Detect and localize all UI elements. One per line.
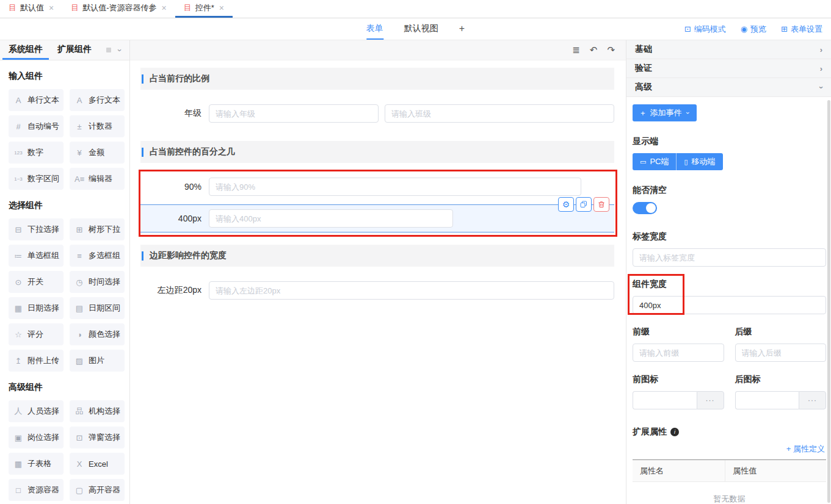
component-editor[interactable]: A≡编辑器 [70, 168, 125, 190]
redo-icon[interactable]: ↷ [607, 45, 615, 56]
tab-form[interactable]: 表单 [366, 18, 383, 40]
currency-icon: ¥ [74, 148, 84, 157]
component-counter[interactable]: ±计数器 [70, 115, 125, 137]
class-input[interactable] [385, 104, 614, 123]
back-icon-input[interactable] [735, 391, 799, 409]
chevron-down-icon[interactable]: › [115, 49, 124, 51]
component-user-select[interactable]: 人人员选择 [9, 400, 64, 422]
accordion-advanced[interactable]: 高级 › [626, 78, 831, 97]
preview-button[interactable]: ◉ 预览 [741, 24, 766, 35]
close-icon[interactable]: × [49, 3, 54, 13]
form-row-grade[interactable]: 年级 [140, 104, 614, 123]
component-multi-line-text[interactable]: A多行文本 [70, 89, 125, 111]
left-margin-input[interactable] [209, 281, 614, 300]
code-mode-button[interactable]: ⊡ 编码模式 [684, 24, 726, 35]
chip-label: 日期选择 [27, 303, 59, 314]
component-single-line-text[interactable]: A单行文本 [9, 89, 64, 111]
accordion-basic[interactable]: 基础 › [626, 40, 831, 59]
component-radio-group[interactable]: ≔单选框组 [9, 245, 64, 267]
chip-label: 机构选择 [89, 406, 120, 417]
width-400px-input[interactable] [209, 209, 453, 228]
window-tab-resource-container[interactable]: 目 默认值-资源容器传参 × [62, 0, 175, 18]
clearable-toggle[interactable] [633, 202, 657, 214]
icon-pickers-row: 前图标 ··· 后图标 ··· [633, 362, 826, 409]
component-excel[interactable]: XExcel [70, 453, 125, 475]
add-view-button[interactable]: + [459, 18, 465, 40]
close-icon[interactable]: × [162, 3, 167, 13]
front-icon-more-button[interactable]: ··· [697, 391, 724, 409]
prefix-input[interactable] [633, 344, 724, 362]
component-switch[interactable]: ⊙开关 [9, 271, 64, 293]
select-icon: ⊟ [13, 225, 23, 234]
resource-container-icon: □ [13, 486, 23, 495]
document-icon: 目 [9, 2, 16, 13]
component-number[interactable]: 123数字 [9, 142, 64, 164]
drag-handle-icon [106, 48, 111, 52]
copy-button[interactable] [576, 197, 592, 212]
toggle-knob [646, 203, 656, 213]
attr-define-link[interactable]: + 属性定义 [786, 444, 825, 453]
editor-icon: A≡ [74, 175, 84, 184]
outline-icon[interactable]: ≣ [572, 45, 580, 56]
component-currency[interactable]: ¥金额 [70, 142, 125, 164]
component-width-input[interactable] [633, 296, 826, 314]
component-image[interactable]: ▨图片 [70, 350, 125, 372]
window-tab-label: 控件* [195, 2, 214, 13]
checkbox-group-icon: ≡ [74, 251, 84, 261]
component-subtable[interactable]: ▦子表格 [9, 453, 64, 475]
mobile-side-button[interactable]: ▯ 移动端 [677, 153, 722, 170]
chip-label: 自动编号 [27, 121, 59, 132]
component-date-picker[interactable]: ▦日期选择 [9, 297, 64, 319]
attr-define-row: + 属性定义 [633, 444, 825, 455]
form-row-left-margin[interactable]: 左边距20px [140, 281, 614, 300]
component-select[interactable]: ⊟下拉选择 [9, 218, 64, 240]
component-checkbox-group[interactable]: ≡多选框组 [70, 245, 125, 267]
number-icon: 123 [13, 150, 23, 156]
component-number-range[interactable]: 1~3数字区间 [9, 168, 64, 190]
form-settings-button[interactable]: ⊞ 表单设置 [781, 24, 822, 35]
table-header-row: 属性名 属性值 [633, 460, 826, 482]
label-width-input[interactable] [633, 248, 826, 267]
window-tab-control-active[interactable]: 目 控件* × [175, 0, 233, 18]
sidebar-tab-bar: 系统组件 扩展组件 › [0, 40, 129, 60]
section-title: 占当前控件的百分之几 [150, 146, 235, 157]
add-event-button[interactable]: + 添加事件 › [633, 104, 697, 121]
undo-icon[interactable]: ↶ [590, 45, 598, 56]
suffix-input[interactable] [735, 344, 827, 362]
component-tree-select[interactable]: ⊞树形下拉 [70, 218, 125, 240]
window-tab-default-value[interactable]: 目 默认值 × [0, 0, 62, 18]
component-code-container[interactable]: ▢高开容器 [70, 479, 125, 501]
chip-label: 图片 [89, 355, 104, 366]
form-row-90-percent[interactable]: 90% [140, 178, 614, 196]
component-color-picker[interactable]: ◑颜色选择 [70, 323, 125, 345]
property-inspector: 基础 › 验证 › 高级 › + 添加事件 › 显示端 [626, 40, 831, 504]
pc-side-button[interactable]: ▭ PC端 [633, 153, 677, 170]
component-date-range[interactable]: ▤日期区间 [70, 297, 125, 319]
component-resource-container[interactable]: □资源容器 [9, 479, 64, 501]
component-time-picker[interactable]: ◷时间选择 [70, 271, 125, 293]
tab-system-components[interactable]: 系统组件 [2, 40, 49, 60]
inspector-scrollbar[interactable] [827, 100, 830, 503]
text-icon: A [13, 96, 23, 105]
component-upload[interactable]: ↥附件上传 [9, 350, 64, 372]
front-icon-input[interactable] [633, 391, 697, 409]
back-icon-more-button[interactable]: ··· [799, 391, 826, 409]
tab-extension-components[interactable]: 扩展组件 [51, 40, 98, 60]
settings-button[interactable]: ⚙ [558, 197, 574, 212]
form-row-400px-selected[interactable]: ⚙ 400px [140, 204, 614, 232]
component-rating[interactable]: ☆评分 [9, 323, 64, 345]
chip-label: 日期区间 [89, 303, 120, 314]
component-dialog-select[interactable]: ⊡弹窗选择 [70, 427, 125, 448]
close-icon[interactable]: × [219, 3, 224, 13]
window-tab-label: 默认值-资源容器传参 [82, 2, 156, 13]
component-auto-number[interactable]: #自动编号 [9, 115, 64, 137]
component-org-select[interactable]: 品机构选择 [70, 400, 125, 422]
percent-90-input[interactable] [209, 178, 581, 196]
component-post-select[interactable]: ▣岗位选择 [9, 427, 64, 448]
tab-default-view[interactable]: 默认视图 [404, 18, 438, 40]
grade-input[interactable] [209, 104, 379, 123]
form-designer-window: 目 默认值 × 目 默认值-资源容器传参 × 目 控件* × 表单 默认视图 +… [0, 0, 831, 504]
delete-button[interactable] [593, 197, 609, 212]
autonumber-icon: # [13, 122, 23, 131]
accordion-validation[interactable]: 验证 › [626, 59, 831, 78]
